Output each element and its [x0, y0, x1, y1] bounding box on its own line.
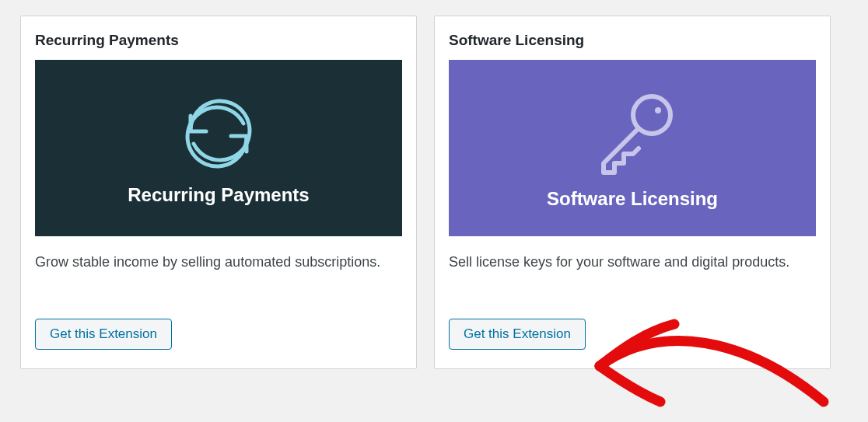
extension-card-software-licensing: Software Licensing Software Licensing Se…	[434, 16, 831, 369]
extension-hero-image: Recurring Payments	[35, 60, 402, 236]
annotation-arrow-icon	[590, 310, 839, 419]
get-extension-button[interactable]: Get this Extension	[35, 319, 172, 350]
hero-label: Software Licensing	[547, 188, 718, 210]
card-title: Recurring Payments	[35, 32, 402, 49]
extension-card-recurring-payments: Recurring Payments Recurring Payments Gr…	[20, 16, 417, 369]
hero-label: Recurring Payments	[128, 184, 309, 206]
extension-description: Grow stable income by selling automated …	[35, 252, 402, 274]
extension-hero-image: Software Licensing	[449, 60, 816, 236]
refresh-cycle-icon	[172, 91, 265, 176]
card-title: Software Licensing	[449, 32, 816, 49]
extension-description: Sell license keys for your software and …	[449, 252, 816, 274]
extension-card-grid: Recurring Payments Recurring Payments Gr…	[0, 0, 868, 385]
get-extension-button[interactable]: Get this Extension	[449, 319, 586, 350]
key-icon	[582, 87, 683, 180]
svg-point-1	[655, 107, 661, 113]
